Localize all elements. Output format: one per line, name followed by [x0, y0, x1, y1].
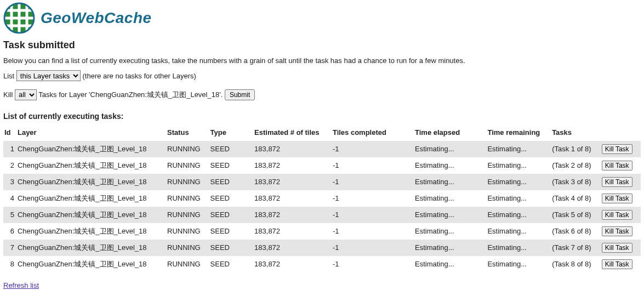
col-id: Id — [3, 126, 16, 141]
cell-layer: ChengGuanZhen:城关镇_卫图_Level_18 — [16, 174, 166, 190]
submit-button[interactable]: Submit — [225, 89, 255, 100]
cell-completed: -1 — [332, 223, 397, 240]
table-row: 3ChengGuanZhen:城关镇_卫图_Level_18RUNNINGSEE… — [3, 174, 641, 190]
list-filter-select[interactable]: this Layer tasks — [16, 70, 81, 81]
table-header-row: Id Layer Status Type Estimated # of tile… — [3, 126, 641, 141]
cell-id: 2 — [3, 157, 16, 174]
cell-type: SEED — [209, 157, 237, 174]
cell-est: 183,872 — [253, 174, 332, 190]
cell-elapsed: Estimating... — [414, 223, 470, 240]
table-row: 4ChengGuanZhen:城关镇_卫图_Level_18RUNNINGSEE… — [3, 190, 641, 207]
cell-spacer — [470, 174, 486, 190]
cell-spacer — [397, 256, 414, 272]
cell-elapsed: Estimating... — [414, 190, 470, 207]
table-row: 2ChengGuanZhen:城关镇_卫图_Level_18RUNNINGSEE… — [3, 157, 641, 174]
globe-icon — [3, 2, 35, 34]
tasks-heading: List of currently executing tasks: — [3, 112, 641, 121]
cell-layer: ChengGuanZhen:城关镇_卫图_Level_18 — [16, 256, 166, 272]
col-est: Estimated # of tiles — [253, 126, 332, 141]
kill-task-button[interactable]: Kill Task — [602, 144, 632, 154]
kill-task-button[interactable]: Kill Task — [602, 177, 632, 187]
cell-status: RUNNING — [166, 240, 209, 256]
cell-remaining: Estimating... — [486, 174, 551, 190]
cell-completed: -1 — [332, 157, 397, 174]
refresh-link[interactable]: Refresh list — [3, 281, 39, 289]
table-row: 1ChengGuanZhen:城关镇_卫图_Level_18RUNNINGSEE… — [3, 141, 641, 157]
cell-spacer — [470, 223, 486, 240]
cell-spacer — [397, 240, 414, 256]
col-elapsed: Time elapsed — [414, 126, 470, 141]
kill-task-button[interactable]: Kill Task — [602, 161, 632, 170]
cell-status: RUNNING — [166, 190, 209, 207]
kill-task-button[interactable]: Kill Task — [602, 194, 632, 203]
cell-action: Kill Task — [601, 174, 641, 190]
cell-tasks: (Task 5 of 8) — [551, 207, 601, 223]
col-status: Status — [166, 126, 209, 141]
cell-type: SEED — [209, 207, 237, 223]
cell-tasks: (Task 1 of 8) — [551, 141, 601, 157]
cell-completed: -1 — [332, 141, 397, 157]
cell-action: Kill Task — [601, 190, 641, 207]
cell-id: 3 — [3, 174, 16, 190]
cell-remaining: Estimating... — [486, 256, 551, 272]
cell-spacer — [470, 240, 486, 256]
cell-remaining: Estimating... — [486, 207, 551, 223]
cell-id: 7 — [3, 240, 16, 256]
cell-layer: ChengGuanZhen:城关镇_卫图_Level_18 — [16, 141, 166, 157]
kill-label: Kill — [3, 90, 13, 99]
cell-status: RUNNING — [166, 174, 209, 190]
brand-text: GeoWebCache — [41, 9, 152, 27]
cell-layer: ChengGuanZhen:城关镇_卫图_Level_18 — [16, 240, 166, 256]
cell-action: Kill Task — [601, 256, 641, 272]
kill-task-button[interactable]: Kill Task — [602, 259, 632, 269]
cell-spacer — [397, 207, 414, 223]
cell-spacer — [397, 174, 414, 190]
cell-est: 183,872 — [253, 256, 332, 272]
kill-scope-select[interactable]: all — [15, 89, 37, 100]
cell-type: SEED — [209, 240, 237, 256]
list-label: List — [3, 72, 14, 80]
cell-layer: ChengGuanZhen:城关镇_卫图_Level_18 — [16, 157, 166, 174]
col-spacer — [470, 126, 486, 141]
cell-spacer — [237, 223, 253, 240]
cell-type: SEED — [209, 141, 237, 157]
cell-layer: ChengGuanZhen:城关镇_卫图_Level_18 — [16, 223, 166, 240]
cell-remaining: Estimating... — [486, 223, 551, 240]
cell-action: Kill Task — [601, 223, 641, 240]
cell-tasks: (Task 7 of 8) — [551, 240, 601, 256]
cell-spacer — [237, 207, 253, 223]
cell-layer: ChengGuanZhen:城关镇_卫图_Level_18 — [16, 207, 166, 223]
cell-spacer — [237, 190, 253, 207]
table-row: 7ChengGuanZhen:城关镇_卫图_Level_18RUNNINGSEE… — [3, 240, 641, 256]
cell-elapsed: Estimating... — [414, 256, 470, 272]
cell-status: RUNNING — [166, 223, 209, 240]
cell-tasks: (Task 3 of 8) — [551, 174, 601, 190]
cell-tasks: (Task 6 of 8) — [551, 223, 601, 240]
cell-spacer — [470, 157, 486, 174]
cell-spacer — [237, 174, 253, 190]
kill-suffix: Tasks for Layer 'ChengGuanZhen:城关镇_卫图_Le… — [38, 90, 223, 99]
cell-id: 8 — [3, 256, 16, 272]
tasks-table: Id Layer Status Type Estimated # of tile… — [3, 126, 641, 272]
table-row: 8ChengGuanZhen:城关镇_卫图_Level_18RUNNINGSEE… — [3, 256, 641, 272]
cell-status: RUNNING — [166, 256, 209, 272]
col-completed: Tiles completed — [332, 126, 397, 141]
cell-elapsed: Estimating... — [414, 157, 470, 174]
kill-task-button[interactable]: Kill Task — [602, 243, 632, 253]
cell-spacer — [470, 256, 486, 272]
cell-tasks: (Task 4 of 8) — [551, 190, 601, 207]
list-note: (there are no tasks for other Layers) — [82, 72, 196, 80]
cell-id: 5 — [3, 207, 16, 223]
cell-action: Kill Task — [601, 157, 641, 174]
cell-type: SEED — [209, 223, 237, 240]
cell-remaining: Estimating... — [486, 190, 551, 207]
cell-completed: -1 — [332, 174, 397, 190]
kill-task-button[interactable]: Kill Task — [602, 210, 632, 220]
kill-task-button[interactable]: Kill Task — [602, 226, 632, 236]
cell-remaining: Estimating... — [486, 141, 551, 157]
cell-tasks: (Task 2 of 8) — [551, 157, 601, 174]
col-spacer — [237, 126, 253, 141]
cell-est: 183,872 — [253, 207, 332, 223]
cell-remaining: Estimating... — [486, 157, 551, 174]
cell-completed: -1 — [332, 240, 397, 256]
